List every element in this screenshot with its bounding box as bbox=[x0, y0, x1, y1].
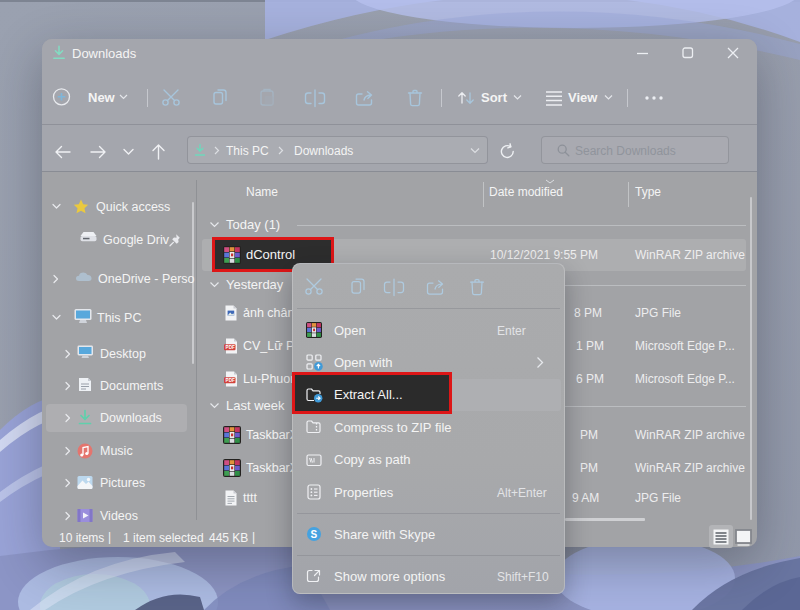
svg-text:New: New bbox=[88, 90, 116, 105]
svg-text:S: S bbox=[311, 529, 318, 540]
svg-text:This PC: This PC bbox=[226, 144, 269, 158]
svg-text:Downloads: Downloads bbox=[294, 144, 353, 158]
svg-text:Sort: Sort bbox=[481, 90, 508, 105]
svg-text:View: View bbox=[568, 90, 598, 105]
